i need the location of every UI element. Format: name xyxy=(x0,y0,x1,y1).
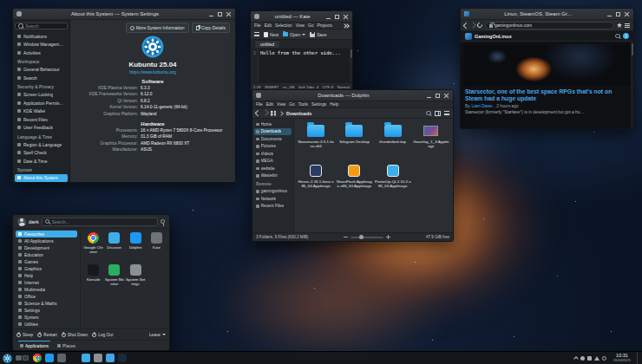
places-item[interactable]: Pictures xyxy=(254,143,292,151)
category-item[interactable]: Education xyxy=(16,251,77,258)
site-name[interactable]: GamingOnLinux xyxy=(475,34,512,39)
editor-area[interactable]: 1 Hello from the other side... xyxy=(251,49,352,82)
minimize-icon[interactable] xyxy=(606,11,613,17)
menu-item[interactable]: Edit xyxy=(265,23,272,28)
power-button[interactable]: Restart xyxy=(37,333,56,337)
zoom-slider[interactable] xyxy=(350,237,383,238)
category-item[interactable]: Office xyxy=(16,293,77,300)
settings-sidebar-item[interactable]: Spell Check xyxy=(15,149,68,158)
sidebar-toggle-icon[interactable] xyxy=(254,32,259,36)
file-item[interactable]: Telegram Desktop xyxy=(336,123,372,144)
editor-scrollbar[interactable] xyxy=(350,49,352,82)
status-segment[interactable]: 1:29 xyxy=(253,85,261,89)
menu-overflow-icon[interactable] xyxy=(343,23,349,28)
file-item[interactable]: NewsFlash.AppImage-x86_64.AppImage xyxy=(336,163,372,188)
maximize-icon[interactable] xyxy=(435,93,441,99)
app-item[interactable]: Discover xyxy=(104,232,124,250)
article-headline[interactable]: Starsector, one of the best space RPGs t… xyxy=(461,88,633,103)
zoom-slider-thumb[interactable] xyxy=(359,235,364,239)
status-segment[interactable]: INSERT xyxy=(265,85,278,89)
app-item[interactable]: System Settings xyxy=(126,264,146,286)
show-desktop-button[interactable] xyxy=(637,352,639,364)
menu-item[interactable]: Edit xyxy=(266,102,273,107)
status-segment[interactable]: en_GB xyxy=(283,85,295,89)
document-tab[interactable]: untitled xyxy=(254,40,280,48)
settings-sidebar-item[interactable]: Search xyxy=(15,74,68,82)
settings-sidebar-item[interactable]: Window Management xyxy=(15,41,68,49)
settings-sidebar-item[interactable]: Date & Time xyxy=(15,157,68,166)
category-item[interactable]: Settings xyxy=(16,307,77,314)
close-icon[interactable] xyxy=(443,93,449,99)
clipboard-icon[interactable] xyxy=(587,356,592,361)
menu-item[interactable]: View xyxy=(296,23,305,28)
desktop-1-thumbnail[interactable] xyxy=(16,355,22,361)
minimize-icon[interactable] xyxy=(426,93,432,99)
category-item[interactable]: Favourites xyxy=(16,231,77,237)
file-item[interactable]: Newsmaster-0.5.1-linux-x64 xyxy=(298,123,334,148)
close-icon[interactable] xyxy=(343,14,349,20)
site-logo[interactable] xyxy=(465,33,472,40)
settings-sidebar-item[interactable]: User Feedback xyxy=(15,124,68,133)
places-item[interactable]: Network xyxy=(254,195,292,203)
settings-sidebar-item[interactable]: General Behaviour xyxy=(15,66,68,75)
power-button[interactable]: Shut Down xyxy=(62,333,88,337)
browser-tab-title[interactable]: Linux, SteamOS, Steam Gr... xyxy=(472,11,604,16)
places-item[interactable]: Documents xyxy=(254,135,292,143)
places-item[interactable]: Home xyxy=(254,120,292,128)
category-item[interactable]: Graphics xyxy=(16,265,77,272)
app-item[interactable]: Dolphin xyxy=(126,232,146,250)
maximize-icon[interactable] xyxy=(615,11,621,17)
category-item[interactable]: Utilities xyxy=(16,321,77,328)
launcher-search-box[interactable] xyxy=(42,218,158,226)
tray-expand-icon[interactable] xyxy=(573,356,579,361)
category-item[interactable]: Development xyxy=(16,244,77,251)
settings-sidebar-item[interactable]: Application Permissions xyxy=(15,99,68,107)
view-mode-icon[interactable] xyxy=(271,111,276,116)
kate-titlebar[interactable]: untitled — Kate xyxy=(251,11,352,23)
task-icon[interactable] xyxy=(105,354,115,363)
leave-button[interactable]: Leave xyxy=(149,333,166,337)
settings-sidebar-item[interactable]: KDE Wallet xyxy=(15,107,68,116)
settings-sidebar-item[interactable]: Screen Locking xyxy=(15,91,68,100)
menu-item[interactable]: Help xyxy=(330,102,338,107)
category-item[interactable]: Science & Maths xyxy=(16,300,77,307)
new-document-button[interactable]: New xyxy=(264,32,278,37)
author-link[interactable]: Liam Dawe xyxy=(472,104,493,108)
menu-item[interactable]: File xyxy=(256,102,263,107)
back-icon[interactable] xyxy=(463,23,468,28)
menu-item[interactable]: Projects xyxy=(317,23,331,28)
settings-search-input[interactable] xyxy=(25,23,64,29)
menu-item[interactable]: Go xyxy=(289,102,294,107)
zoom-out-icon[interactable] xyxy=(344,235,348,239)
power-button[interactable]: Sleep xyxy=(16,333,33,337)
bookmark-icon[interactable] xyxy=(617,23,622,28)
maximize-icon[interactable] xyxy=(217,11,223,17)
url-input[interactable] xyxy=(495,23,610,28)
search-icon[interactable] xyxy=(426,111,431,116)
places-item[interactable]: Wastebin xyxy=(254,172,292,180)
forward-icon[interactable] xyxy=(470,23,475,28)
dolphin-menu-icon[interactable] xyxy=(444,111,449,115)
more-system-information-button[interactable]: More System Information xyxy=(126,23,189,33)
distro-link[interactable]: https://www.kubuntu.org xyxy=(129,69,175,75)
pin-icon[interactable] xyxy=(160,219,165,224)
back-icon[interactable] xyxy=(255,110,260,115)
file-item[interactable]: thunderbird.tmp xyxy=(375,123,411,144)
page-scrollbar[interactable] xyxy=(631,42,633,128)
network-icon[interactable] xyxy=(594,356,599,361)
reload-icon[interactable] xyxy=(476,22,483,29)
launcher-tab[interactable]: Places xyxy=(56,341,77,350)
file-item[interactable]: ProtonUp-Qt-2.10.2-x86_64.AppImage xyxy=(375,163,411,188)
breadcrumb[interactable]: Downloads xyxy=(286,111,311,116)
settings-titlebar[interactable]: About this System — System Settings xyxy=(13,9,235,20)
menu-item[interactable]: View xyxy=(277,102,285,107)
save-button[interactable]: Save xyxy=(310,32,326,37)
menu-item[interactable]: Tools xyxy=(298,102,308,107)
article-image[interactable] xyxy=(464,44,630,86)
minimize-icon[interactable] xyxy=(208,11,214,17)
desktop-2-thumbnail[interactable] xyxy=(23,355,29,361)
power-button[interactable]: Log Out xyxy=(92,333,113,337)
split-view-icon[interactable] xyxy=(435,111,441,116)
maximize-icon[interactable] xyxy=(334,14,340,20)
places-item[interactable]: website xyxy=(254,165,292,172)
